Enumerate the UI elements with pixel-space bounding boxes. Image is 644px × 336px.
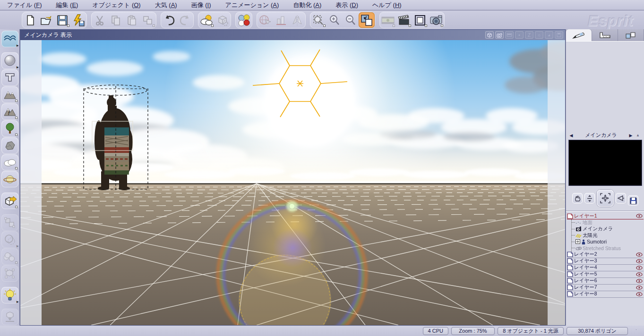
object-row-main-camera[interactable]: メインカメラ (572, 226, 644, 233)
ruler-icon (598, 31, 611, 40)
aim-camera-icon (617, 195, 625, 202)
atmosphere-editor-button[interactable] (198, 12, 215, 28)
terrain-icon (3, 89, 17, 100)
layer-row-1[interactable]: レイヤー1 (567, 213, 644, 219)
save-view-icon (555, 31, 563, 39)
cut-icon (94, 15, 105, 26)
layer-visibility-eye-icon[interactable] (636, 286, 643, 290)
elevation-icon (586, 194, 593, 202)
paste-button (124, 12, 140, 28)
aim-camera-button[interactable] (616, 193, 626, 203)
pan-hand-button[interactable] (572, 193, 583, 203)
ground-icon (575, 221, 582, 225)
zoom-region-button[interactable] (310, 12, 326, 28)
elevation-button[interactable] (584, 193, 595, 203)
menu-item-atmosphere[interactable]: 大気 (A) (148, 1, 184, 9)
frame-margin-left (20, 40, 42, 325)
layer-row-2[interactable]: レイヤー2 (567, 252, 644, 258)
layer-visibility-eye-icon[interactable] (636, 292, 643, 296)
menu-item-edit[interactable]: 編集 (E) (49, 1, 85, 9)
import-object-button[interactable] (1, 193, 18, 209)
scene-3d-view[interactable] (20, 40, 565, 325)
terrain-button[interactable] (1, 86, 18, 103)
layer-page-icon (567, 252, 573, 257)
layer-visibility-eye-icon[interactable] (636, 259, 643, 263)
metacloud-button[interactable] (1, 154, 18, 171)
object-row-sunlight[interactable]: 太陽光 (572, 232, 644, 239)
object-row-ground[interactable]: 地面 (572, 219, 644, 226)
sumotori-apron (104, 127, 129, 175)
undo-button[interactable] (161, 12, 177, 28)
render-area-button[interactable] (412, 12, 428, 28)
plant-button[interactable] (1, 120, 18, 137)
camera-preview (568, 140, 642, 186)
zoom-indicator[interactable]: Zoom : 75% (451, 327, 495, 335)
zoom-out-button[interactable] (343, 12, 359, 28)
layer-visibility-eye-icon[interactable] (636, 214, 643, 218)
camera-select-icon[interactable] (495, 31, 504, 39)
expand-plus-icon[interactable] (575, 239, 580, 244)
objects-indicator: 8 オブジェクト - 1 光源 (498, 327, 564, 335)
save-camera-button[interactable] (628, 195, 638, 206)
frame-toggle-button[interactable] (359, 12, 375, 28)
save-file-button[interactable] (54, 12, 70, 28)
text-3d-button[interactable] (1, 69, 18, 86)
menu-item-help[interactable]: ヘルプ (H) (365, 1, 409, 9)
object-row-sumotori[interactable]: Sumotori (572, 239, 644, 245)
layer-visibility-eye-icon[interactable] (636, 279, 643, 283)
material-editor-button[interactable] (236, 12, 252, 28)
procedural-terrain-icon: f (3, 106, 17, 117)
trackball-button[interactable] (597, 190, 614, 207)
next-camera-button[interactable]: ▶ (626, 133, 636, 138)
rock-button[interactable] (1, 137, 18, 154)
collapse-preview-button[interactable]: ▲ (636, 133, 644, 137)
main-toolbar (0, 11, 644, 29)
layer-row-4[interactable]: レイヤー4 (567, 265, 644, 271)
layer-list: レイヤー1 地面 メインカメラ 太陽光 S (567, 213, 644, 298)
render-camera-button[interactable] (428, 12, 444, 28)
layer-row-3[interactable]: レイヤー3 (567, 258, 644, 265)
menu-item-file[interactable]: ファイル (F) (0, 1, 49, 9)
light-button[interactable]: ▸ (1, 287, 18, 303)
world-browser-button (257, 12, 273, 28)
menu-item-animation[interactable]: アニメーション (A) (218, 1, 286, 9)
status-dropdown-button[interactable] (631, 327, 641, 335)
links-objects-tab[interactable] (618, 29, 644, 41)
camera-controls (566, 188, 644, 209)
zoom-in-button[interactable] (326, 12, 343, 28)
menu-item-automation[interactable]: 自動化 (A) (286, 1, 328, 9)
layer-visibility-eye-icon[interactable] (636, 266, 643, 270)
layer-row-8[interactable]: レイヤー8 (567, 291, 644, 298)
viewport-titlebar[interactable]: メインカメラ 表示 • Z ○ ◕ (20, 30, 565, 40)
layer-row-7[interactable]: レイヤー7 (567, 285, 644, 291)
copy-icon (110, 15, 121, 26)
frame-margin-right (548, 40, 565, 325)
menu-item-display[interactable]: 表示 (D) (328, 1, 365, 9)
frame-toggle-icon (360, 14, 373, 27)
wireframe-cube-icon[interactable] (485, 31, 494, 39)
menu-item-picture[interactable]: 画像 (I) (184, 1, 218, 9)
circle-select-button: ▸ (1, 231, 18, 248)
redo-icon (179, 14, 192, 26)
new-document-button[interactable] (22, 12, 38, 28)
menu-item-object[interactable]: オブジェクト (O) (85, 1, 147, 9)
procedural-terrain-button[interactable]: f (1, 103, 18, 120)
planet-button[interactable] (1, 171, 18, 187)
polygons-indicator: 30,874 ポリゴン (567, 327, 628, 335)
sphere-primitive-button[interactable]: ▸ (1, 52, 18, 69)
aspect-brush-tab[interactable] (566, 29, 592, 41)
object-row-stratus[interactable]: Stretched Stratus (572, 245, 644, 252)
layer-visibility-eye-icon[interactable] (636, 252, 643, 257)
render-save-button[interactable] (70, 12, 86, 28)
group-objects-icon (4, 217, 16, 229)
numerics-ruler-tab[interactable] (592, 29, 618, 41)
layer-row-6[interactable]: レイヤー6 (567, 278, 644, 285)
layer-row-5[interactable]: レイヤー5 (567, 271, 644, 278)
animation-wizard-button[interactable] (396, 12, 412, 28)
layer-page-icon (567, 285, 573, 290)
camera-preview-title: メインカメラ (576, 132, 626, 139)
prev-camera-button[interactable]: ◀ (566, 133, 576, 138)
water-plane-button[interactable]: ▸ (1, 31, 18, 47)
open-file-button[interactable] (38, 12, 54, 28)
layer-visibility-eye-icon[interactable] (636, 272, 643, 277)
